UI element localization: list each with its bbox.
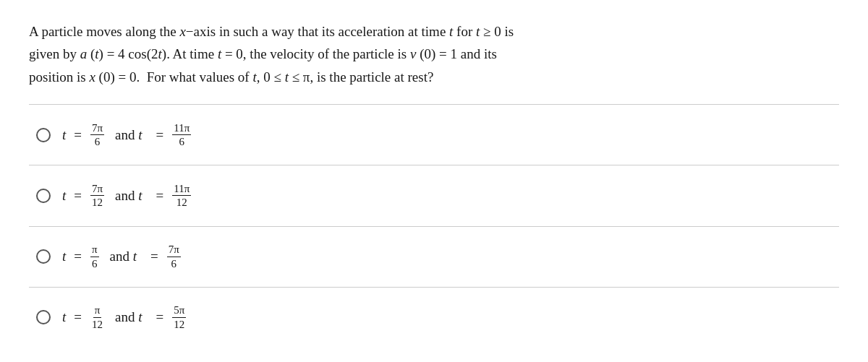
page-container: A particle moves along the x−axis in suc… [0,0,868,362]
question-line3: position is x (0) = 0. For what values o… [29,69,433,85]
question-line1: A particle moves along the x−axis in suc… [29,24,514,39]
fraction-c-t1: π 6 [90,244,99,270]
question-line2: given by a (t) = 4 cos(2t). At time t = … [29,46,497,61]
fraction-b-t2: 11π 12 [172,183,191,209]
fraction-a-t1: 7π 6 [90,122,104,148]
option-label-b: t = 7π 12 and t = 11π 12 [62,183,192,209]
fraction-a-t2: 11π 6 [172,122,191,148]
fraction-d-t2: 5π 12 [172,304,186,330]
option-row-c[interactable]: t = π 6 and t = 7π 6 [29,227,839,288]
fraction-b-t1: 7π 12 [90,183,104,209]
radio-a[interactable] [36,128,51,142]
radio-b[interactable] [36,189,51,203]
option-row-d[interactable]: t = π 12 and t = 5π 12 [29,288,839,348]
radio-d[interactable] [36,310,51,324]
option-label-c: t = π 6 and t = 7π 6 [62,244,182,270]
option-row-a[interactable]: t = 7π 6 and t = 11π 6 [29,105,839,165]
options-container: t = 7π 6 and t = 11π 6 t = 7 [29,105,839,348]
option-label-d: t = π 12 and t = 5π 12 [62,304,187,330]
question-text: A particle moves along the x−axis in suc… [29,20,839,88]
fraction-d-t1: π 12 [90,304,104,330]
option-row-b[interactable]: t = 7π 12 and t = 11π 12 [29,165,839,226]
option-label-a: t = 7π 6 and t = 11π 6 [62,122,192,148]
radio-c[interactable] [36,249,51,264]
fraction-c-t2: 7π 6 [167,244,181,270]
